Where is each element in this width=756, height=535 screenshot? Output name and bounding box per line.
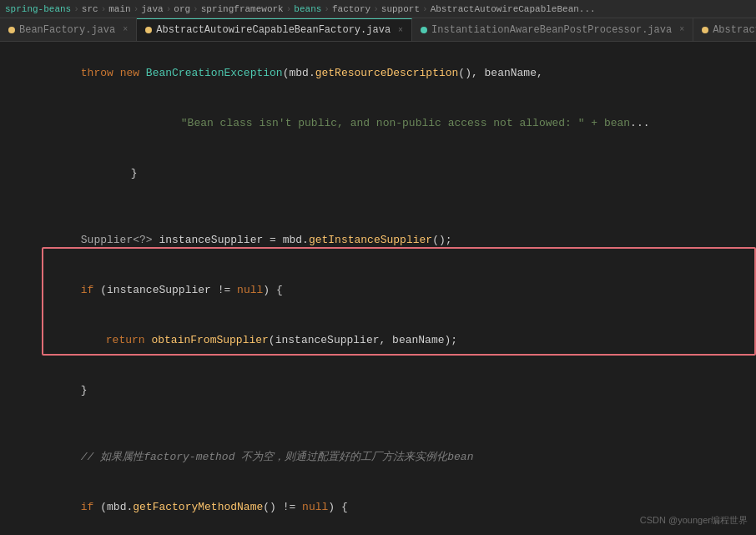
code-line: if (instanceSupplier != null) { <box>0 265 756 315</box>
breadcrumb-item[interactable]: factory <box>332 4 370 14</box>
file-icon <box>145 27 152 33</box>
breadcrumb-item[interactable]: src <box>82 4 98 14</box>
breadcrumb-sep: › <box>373 4 379 14</box>
code-line: Supplier<?> instanceSupplier = mbd.getIn… <box>0 215 756 265</box>
line-content: } <box>42 149 756 199</box>
code-line: "Bean class isn't public, and non-public… <box>0 98 756 149</box>
breadcrumb-sep: › <box>324 4 330 14</box>
file-icon <box>421 27 427 33</box>
close-icon[interactable]: × <box>123 25 128 34</box>
breadcrumb-sep: › <box>422 4 428 14</box>
tab-label: AbstractBeanDefinition.java <box>713 24 756 36</box>
breadcrumb-item[interactable]: springframework <box>201 4 284 14</box>
breadcrumb-item[interactable]: support <box>381 4 420 14</box>
code-line: throw new BeanCreationException(mbd.getR… <box>0 48 756 98</box>
file-icon <box>8 27 15 33</box>
code-line: } <box>0 149 756 199</box>
breadcrumb-item[interactable]: AbstractAutowireCapableBean... <box>431 4 596 14</box>
breadcrumb-item[interactable]: java <box>141 4 163 14</box>
tab-definition[interactable]: AbstractBeanDefinition.java × <box>693 18 756 41</box>
breadcrumb-item[interactable]: org <box>174 4 190 14</box>
tab-label: AbstractAutowireCapableBeanFactory.java <box>156 24 391 36</box>
line-content: return obtainFromSupplier(instanceSuppli… <box>42 315 756 366</box>
tab-label: BeanFactory.java <box>19 24 115 36</box>
code-line <box>0 416 756 432</box>
line-content: Supplier<?> instanceSupplier = mbd.getIn… <box>42 215 756 265</box>
watermark: CSDN @younger编程世界 <box>640 514 748 527</box>
line-content <box>42 199 756 215</box>
close-icon[interactable]: × <box>679 25 684 34</box>
code-line <box>0 199 756 215</box>
file-icon <box>702 27 708 33</box>
tab-label: InstantiationAwareBeanPostProcessor.java <box>431 24 672 36</box>
breadcrumb-sep: › <box>134 4 139 14</box>
breadcrumb-sep: › <box>166 4 172 14</box>
close-icon[interactable]: × <box>398 26 403 35</box>
breadcrumb-item[interactable]: beans <box>294 4 321 14</box>
line-content: // 如果属性factory-method 不为空，则通过配置好的工厂方法来实例… <box>42 432 756 482</box>
breadcrumb-item[interactable]: spring-beans <box>5 4 71 14</box>
breadcrumb: spring-beans › src › main › java › org ›… <box>0 0 756 18</box>
line-content: if (instanceSupplier != null) { <box>42 265 756 315</box>
breadcrumb-sep: › <box>101 4 107 14</box>
tab-instantiation[interactable]: InstantiationAwareBeanPostProcessor.java… <box>412 18 693 41</box>
breadcrumb-sep: › <box>286 4 292 14</box>
line-content: "Bean class isn't public, and non-public… <box>42 98 756 149</box>
line-content: } <box>42 366 756 416</box>
line-content <box>42 416 756 432</box>
code-line: } <box>0 366 756 416</box>
code-editor: throw new BeanCreationException(mbd.getR… <box>0 42 756 535</box>
tab-abstract[interactable]: AbstractAutowireCapableBeanFactory.java … <box>137 18 412 41</box>
code-line: return obtainFromSupplier(instanceSuppli… <box>0 315 756 366</box>
code-line: // 如果属性factory-method 不为空，则通过配置好的工厂方法来实例… <box>0 432 756 482</box>
breadcrumb-sep: › <box>193 4 199 14</box>
breadcrumb-item[interactable]: main <box>108 4 130 14</box>
line-content: throw new BeanCreationException(mbd.getR… <box>42 48 756 98</box>
tab-bar: BeanFactory.java × AbstractAutowireCapab… <box>0 18 756 42</box>
tab-factory[interactable]: BeanFactory.java × <box>0 18 137 41</box>
breadcrumb-sep: › <box>73 4 79 14</box>
